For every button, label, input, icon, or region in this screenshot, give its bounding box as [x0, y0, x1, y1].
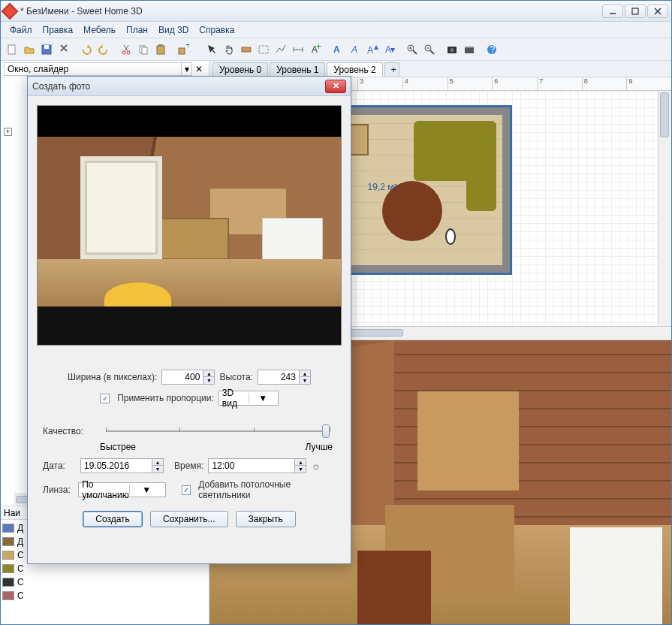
- save-icon[interactable]: [38, 41, 55, 58]
- new-icon[interactable]: [4, 41, 20, 58]
- svg-rect-4: [8, 45, 15, 54]
- tree-expand-icon[interactable]: +: [4, 128, 12, 136]
- text-bold-icon[interactable]: A: [330, 41, 346, 58]
- undo-icon[interactable]: [78, 41, 95, 58]
- close-button[interactable]: [647, 5, 668, 18]
- list-item[interactable]: С: [2, 589, 207, 602]
- quality-fast-label: Быстрее: [100, 442, 136, 452]
- menu-plan[interactable]: План: [122, 23, 152, 37]
- svg-rect-1: [632, 8, 638, 14]
- plan-vscroll[interactable]: [658, 91, 671, 326]
- spin-down-icon[interactable]: ▼: [203, 377, 214, 384]
- redo-icon[interactable]: [95, 41, 112, 58]
- catalog-search-row: ▾ ✕: [1, 61, 209, 77]
- menu-furniture[interactable]: Мебель: [79, 23, 120, 37]
- spin-down-icon[interactable]: ▼: [295, 466, 306, 473]
- lens-select[interactable]: По умолчанию▼: [78, 482, 165, 497]
- window-title: * БезИмени - Sweet Home 3D: [20, 6, 602, 17]
- spin-down-icon[interactable]: ▼: [152, 466, 163, 473]
- spin-up-icon[interactable]: ▲: [300, 370, 310, 377]
- paste-icon[interactable]: [152, 41, 169, 58]
- tab-level-1[interactable]: Уровень 1: [270, 62, 325, 77]
- plan-sofa[interactable]: [414, 121, 496, 181]
- text-tool-icon[interactable]: A+: [307, 41, 324, 58]
- polyline-tool-icon[interactable]: [273, 41, 289, 58]
- text-increase-icon[interactable]: A▴: [364, 41, 381, 58]
- width-spinner[interactable]: ▲▼: [161, 370, 215, 385]
- help-icon[interactable]: ?: [484, 41, 500, 58]
- zoom-in-icon[interactable]: [404, 41, 420, 58]
- create-button[interactable]: Создать: [83, 511, 143, 527]
- proportions-label: Применить пропорции:: [117, 393, 214, 403]
- menu-help[interactable]: Справка: [194, 23, 239, 37]
- svg-point-10: [127, 51, 130, 54]
- maximize-button[interactable]: [625, 5, 646, 18]
- catalog-search-input[interactable]: [4, 62, 182, 76]
- cut-icon[interactable]: [118, 41, 134, 58]
- tab-level-0[interactable]: Уровень 0: [212, 62, 268, 77]
- date-label: Дата:: [43, 460, 76, 471]
- svg-line-33: [413, 50, 417, 54]
- add-furniture-icon[interactable]: +: [175, 41, 191, 58]
- save-button[interactable]: Сохранить...: [150, 511, 228, 527]
- menu-edit[interactable]: Правка: [38, 23, 78, 37]
- chair-white-3d: [570, 527, 662, 624]
- svg-rect-15: [157, 46, 164, 54]
- dimension-tool-icon[interactable]: [290, 41, 306, 58]
- menu-view3d[interactable]: Вид 3D: [154, 23, 193, 37]
- svg-rect-42: [465, 47, 474, 48]
- list-item[interactable]: С: [2, 575, 207, 589]
- preview-floor: [38, 259, 341, 307]
- menu-file[interactable]: Файл: [5, 23, 37, 37]
- width-label: Ширина (в пикселах):: [68, 372, 157, 382]
- spin-down-icon[interactable]: ▼: [300, 377, 310, 384]
- close-dialog-button[interactable]: Закрыть: [236, 511, 296, 527]
- height-input[interactable]: [258, 370, 300, 385]
- copy-icon[interactable]: [135, 41, 152, 58]
- date-spinner[interactable]: ▲▼: [80, 458, 164, 473]
- level-tabs: Уровень 0 Уровень 1 Уровень 2 +: [209, 61, 671, 77]
- quality-label: Качество:: [43, 426, 95, 436]
- svg-text:▾: ▾: [390, 44, 395, 55]
- text-italic-icon[interactable]: A: [347, 41, 363, 58]
- time-spinner[interactable]: ▲▼: [208, 458, 306, 473]
- room-area-label: 19,2 м²: [368, 182, 397, 192]
- width-input[interactable]: [161, 370, 203, 385]
- preferences-icon[interactable]: [56, 41, 72, 58]
- tab-level-2[interactable]: Уровень 2: [327, 62, 382, 77]
- wall-tool-icon[interactable]: [238, 41, 255, 58]
- catalog-dropdown-icon[interactable]: ▾: [182, 62, 192, 76]
- text-decrease-icon[interactable]: A▾: [381, 41, 398, 58]
- tab-add-level[interactable]: +: [384, 62, 399, 77]
- height-spinner[interactable]: ▲▼: [258, 370, 311, 385]
- spin-up-icon[interactable]: ▲: [295, 459, 306, 466]
- dialog-title: Создать фото: [32, 81, 325, 92]
- dialog-close-button[interactable]: ✕: [325, 80, 346, 93]
- room-tool-icon[interactable]: [255, 41, 272, 58]
- dialog-titlebar[interactable]: Создать фото ✕: [28, 77, 351, 96]
- svg-rect-19: [242, 47, 251, 52]
- photo-icon[interactable]: [444, 41, 460, 58]
- spin-up-icon[interactable]: ▲: [203, 370, 214, 377]
- slider-knob[interactable]: [322, 424, 330, 438]
- dialog-body: Ширина (в пикселах): ▲▼ Высота: ▲▼ Приме…: [28, 96, 351, 563]
- quality-slider[interactable]: [106, 424, 330, 439]
- time-input[interactable]: [208, 458, 295, 473]
- sun-icon[interactable]: [311, 460, 323, 472]
- date-input[interactable]: [80, 458, 152, 473]
- catalog-clear-icon[interactable]: ✕: [192, 61, 206, 77]
- svg-line-11: [125, 45, 128, 51]
- video-icon[interactable]: [461, 41, 478, 58]
- ceiling-lights-checkbox[interactable]: [182, 485, 191, 495]
- proportions-checkbox[interactable]: [100, 394, 110, 403]
- spin-up-icon[interactable]: ▲: [152, 459, 163, 466]
- plan-camera-icon[interactable]: [444, 228, 457, 246]
- zoom-out-icon[interactable]: [421, 41, 438, 58]
- photo-preview: [37, 105, 342, 346]
- pan-tool-icon[interactable]: [221, 41, 237, 58]
- svg-line-37: [430, 50, 434, 54]
- select-tool-icon[interactable]: [203, 41, 220, 58]
- proportions-select[interactable]: 3D вид▼: [218, 391, 279, 406]
- open-icon[interactable]: [21, 41, 38, 58]
- minimize-button[interactable]: [602, 5, 623, 18]
